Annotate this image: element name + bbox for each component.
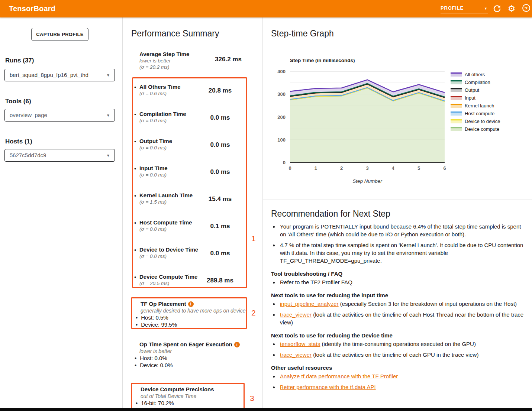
dashboard-selector[interactable]: PROFILE ▼ (441, 4, 488, 13)
hosts-label: Hosts (1) (5, 138, 32, 145)
svg-text:Device compute: Device compute (465, 126, 499, 132)
svg-text:5: 5 (417, 165, 420, 171)
tools-label: Tools (6) (5, 98, 31, 105)
svg-text:200: 200 (277, 114, 286, 120)
recommendation-item: trace_viewer (look at the activities on … (279, 311, 525, 326)
settings-button[interactable]: ⚙ (506, 3, 517, 14)
step-time-chart-svg: Step Time (in milliseconds)0100200300400… (263, 55, 532, 196)
tool-link[interactable]: Better performance with the tf.data API (280, 384, 376, 390)
metric-label: Device Compute Time (139, 274, 206, 280)
stat-block-item: •Host: 0.5% (132, 314, 246, 321)
metric-value: 0.0 ms (198, 114, 242, 122)
runs-select[interactable]: bert_squad_8gpu_fp16_pvt_thd ▼ (4, 69, 115, 81)
tools-select-value: overview_page (10, 112, 47, 118)
bullet: • (134, 165, 136, 172)
recommendation-bullet: 4.7 % of the total step time sampled is … (279, 241, 525, 265)
svg-text:6: 6 (443, 165, 446, 171)
step-time-chart: Step Time (in milliseconds)0100200300400… (263, 55, 532, 196)
metric-label: Host Compute Time (139, 219, 206, 226)
metric-label: All Others Time (139, 84, 206, 90)
stat-block-title: TF Op Placementi (132, 300, 246, 307)
tool-link[interactable]: trace_viewer (280, 311, 312, 318)
metric-value: 0.0 ms (198, 250, 242, 257)
average-step-time-sigma: (σ = 20.2 ms) (139, 64, 189, 70)
info-icon[interactable]: i (234, 342, 240, 347)
help-button[interactable]: ? (520, 3, 532, 14)
svg-text:0: 0 (288, 165, 291, 171)
metric-value: 0.0 ms (198, 168, 242, 176)
capture-profile-button[interactable]: CAPTURE PROFILE (31, 28, 88, 41)
runs-label: Runs (37) (5, 57, 34, 64)
bullet: • (134, 111, 136, 117)
svg-text:Output: Output (465, 87, 479, 93)
svg-text:3: 3 (366, 165, 368, 171)
bullet: • (134, 192, 136, 199)
average-step-time: Average Step Time lower is better (σ = 2… (139, 51, 189, 70)
metric-label: Input Time (139, 165, 206, 172)
annotation-box-2: TF Op Placementigenerally desired to hav… (131, 297, 247, 329)
recommendation-item: Refer to the TF2 Profiler FAQ (279, 278, 525, 286)
svg-text:300: 300 (277, 91, 286, 97)
svg-text:Kernel launch: Kernel launch (465, 103, 494, 109)
recommendation-body: Your program is POTENTIALLY input-bound … (271, 223, 525, 396)
metric-sigma: (σ = 0.0 ms) (139, 145, 206, 151)
metric-value: 289.8 ms (198, 277, 242, 284)
sidebar: CAPTURE PROFILE Runs (37) bert_squad_8gp… (0, 17, 123, 411)
info-icon[interactable]: i (188, 301, 194, 307)
app-title: TensorBoard (9, 4, 55, 13)
metric-sigma: (σ = 0.0 ms) (139, 117, 206, 124)
metric-label: Output Time (139, 138, 206, 145)
tool-link[interactable]: Analyze tf.data performance with the TF … (280, 373, 398, 379)
tool-link[interactable]: trace_viewer (280, 352, 312, 358)
recommendation-item: tensorflow_stats (identify the time-cons… (279, 340, 525, 348)
reload-icon (493, 4, 502, 13)
recommendation-subhead: Next tools to use for reducing the Devic… (271, 331, 525, 339)
dashboard-selector-value: PROFILE (441, 5, 464, 11)
hosts-select-value: 5627c5dd7dc9 (10, 152, 46, 158)
right-panel: Step-time Graph Step Time (in millisecon… (263, 17, 532, 411)
tool-link[interactable]: input_pipeline_analyzer (280, 301, 339, 307)
app-bar: TensorBoard PROFILE ▼ ⚙ ? (0, 0, 532, 17)
annotation-box-3: Device Compute Precisionsout of Total De… (131, 383, 245, 411)
reload-button[interactable] (491, 3, 503, 14)
metric-sigma: (σ = 0.6 ms) (139, 90, 206, 97)
tool-link[interactable]: tensorflow_stats (280, 341, 320, 347)
recommendation-subhead: Next tools to use for reducing the input… (271, 291, 525, 299)
svg-text:1: 1 (315, 165, 317, 171)
step-time-graph-title: Step-time Graph (271, 29, 334, 39)
bullet: • (134, 274, 136, 280)
metric-sigma: (σ = 0.0 ms) (139, 172, 206, 178)
chevron-down-icon: ▼ (106, 110, 110, 122)
svg-text:Host compute: Host compute (465, 111, 494, 116)
recommendation-item: trace_viewer (look at the activities on … (279, 351, 525, 359)
recommendation-title: Recommendation for Next Step (271, 209, 390, 219)
recommendation-subhead: Tool troubleshooting / FAQ (271, 270, 525, 278)
metric-sigma: (σ = 1.5 ms) (139, 199, 206, 205)
tools-select[interactable]: overview_page ▼ (4, 109, 115, 122)
svg-text:Step Number: Step Number (352, 178, 382, 184)
runs-select-value: bert_squad_8gpu_fp16_pvt_thd (10, 72, 88, 78)
average-step-time-note: lower is better (139, 58, 189, 64)
recommendation-card: Recommendation for Next Step Your progra… (263, 200, 532, 411)
metric-label: Compilation Time (139, 111, 206, 117)
performance-summary-title: Performance Summary (131, 29, 219, 39)
stat-block-title: Device Compute Precisions (132, 386, 244, 393)
average-step-time-value: 326.2 ms (206, 56, 251, 63)
annotation-number-1: 1 (251, 234, 256, 243)
recommendation-bullet: Your program is POTENTIALLY input-bound … (279, 223, 525, 238)
hosts-select[interactable]: 5627c5dd7dc9 ▼ (4, 149, 115, 162)
gear-icon: ⚙ (508, 4, 516, 13)
metric-value: 0.1 ms (198, 223, 242, 230)
annotation-number-2: 2 (251, 308, 256, 317)
chevron-down-icon: ▼ (484, 7, 487, 10)
stat-block-item: •16-bit: 70.2% (132, 399, 244, 407)
recommendation-item: input_pipeline_analyzer (especially Sect… (279, 300, 525, 308)
bottom-scroll-strip[interactable] (0, 408, 532, 411)
recommendation-item: Better performance with the tf.data API (279, 383, 525, 391)
bullet: • (134, 220, 136, 226)
svg-text:0: 0 (283, 160, 286, 165)
stat-block-note: generally desired to have more ops on de… (132, 307, 246, 314)
metric-sigma: (σ = 0.0 ms) (139, 253, 206, 259)
svg-text:100: 100 (277, 137, 286, 143)
metric-value: 0.0 ms (198, 141, 242, 149)
